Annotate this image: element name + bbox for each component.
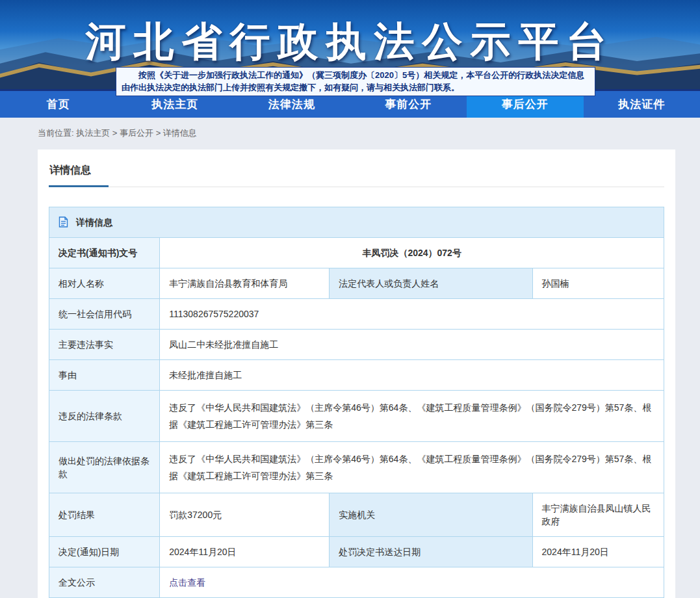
violated-clause-label: 违反的法律条款 xyxy=(49,391,160,442)
table-row: 处罚结果 罚款37200元 实施机关 丰宁满族自治县凤山镇人民政府 xyxy=(49,493,664,537)
implementing-agency-value: 丰宁满族自治县凤山镇人民政府 xyxy=(532,493,664,537)
content-card: 详情信息 详情信息 决定书(通知书)文号 丰凤罚决（2024）072号 相对人名… xyxy=(38,150,675,598)
table-row: 全文公示 点击查看 xyxy=(49,567,664,598)
penalty-result-label: 处罚结果 xyxy=(49,493,160,537)
table-row: 做出处罚的法律依据条款 违反了《中华人民共和国建筑法》（主席令第46号）第64条… xyxy=(49,442,664,493)
illegal-facts-label: 主要违法事实 xyxy=(49,330,160,360)
decision-date-label: 决定(通知)日期 xyxy=(49,537,160,567)
document-icon xyxy=(58,216,68,228)
penalty-basis-value: 违反了《中华人民共和国建筑法》（主席令第46号）第64条、《建筑工程质量管理条例… xyxy=(160,442,664,493)
cause-value: 未经批准擅自施工 xyxy=(160,360,664,391)
table-header-title: 详情信息 xyxy=(76,217,112,228)
title-divider xyxy=(49,187,664,187)
detail-table: 详情信息 决定书(通知书)文号 丰凤罚决（2024）072号 相对人名称 丰宁满… xyxy=(49,207,664,598)
table-row: 统一社会信用代码 111308267575220037 xyxy=(49,299,664,330)
penalty-basis-label: 做出处罚的法律依据条款 xyxy=(49,442,160,493)
table-row: 违反的法律条款 违反了《中华人民共和国建筑法》（主席令第46号）第64条、《建筑… xyxy=(49,391,664,442)
table-row: 主要违法事实 凤山二中未经批准擅自施工 xyxy=(49,330,664,360)
legal-rep-label: 法定代表人或负责人姓名 xyxy=(330,268,532,299)
full-text-label: 全文公示 xyxy=(49,567,160,598)
credit-code-value: 111308267575220037 xyxy=(160,299,664,330)
page-title: 详情信息 xyxy=(49,164,664,177)
doc-no-value: 丰凤罚决（2024）072号 xyxy=(160,238,664,268)
site-title: 河北省行政执法公示平台 xyxy=(0,14,700,69)
violated-clause-value: 违反了《中华人民共和国建筑法》（主席令第46号）第64条、《建筑工程质量管理条例… xyxy=(160,391,664,442)
cause-label: 事由 xyxy=(49,360,160,391)
table-row: 决定(通知)日期 2024年11月20日 处罚决定书送达日期 2024年11月2… xyxy=(49,537,664,567)
doc-no-label: 决定书(通知书)文号 xyxy=(49,238,160,268)
illegal-facts-value: 凤山二中未经批准擅自施工 xyxy=(160,330,664,360)
site-banner: 河北省行政执法公示平台 按照《关于进一步加强行政执法工作的通知》（冀三项制度办〔… xyxy=(0,0,700,91)
breadcrumb: 当前位置: 执法主页 > 事后公开 > 详情信息 xyxy=(0,118,700,150)
party-name-label: 相对人名称 xyxy=(49,268,160,299)
table-row: 相对人名称 丰宁满族自治县教育和体育局 法定代表人或负责人姓名 孙国楠 xyxy=(49,268,664,299)
platform-notice: 按照《关于进一步加强行政执法工作的通知》（冀三项制度办〔2020〕5号）相关规定… xyxy=(116,67,595,96)
decision-date-value: 2024年11月20日 xyxy=(160,537,330,567)
table-header-row: 详情信息 xyxy=(49,207,664,238)
view-full-text-link[interactable]: 点击查看 xyxy=(169,577,205,588)
legal-rep-value: 孙国楠 xyxy=(532,268,664,299)
nav-item-home[interactable]: 首页 xyxy=(0,91,117,118)
penalty-result-value: 罚款37200元 xyxy=(160,493,330,537)
credit-code-label: 统一社会信用代码 xyxy=(49,299,160,330)
implementing-agency-label: 实施机关 xyxy=(330,493,532,537)
delivery-date-value: 2024年11月20日 xyxy=(532,537,664,567)
table-row: 事由 未经批准擅自施工 xyxy=(49,360,664,391)
party-name-value: 丰宁满族自治县教育和体育局 xyxy=(160,268,330,299)
table-row: 决定书(通知书)文号 丰凤罚决（2024）072号 xyxy=(49,238,664,268)
delivery-date-label: 处罚决定书送达日期 xyxy=(330,537,532,567)
nav-item-certificates[interactable]: 执法证件 xyxy=(584,91,700,118)
